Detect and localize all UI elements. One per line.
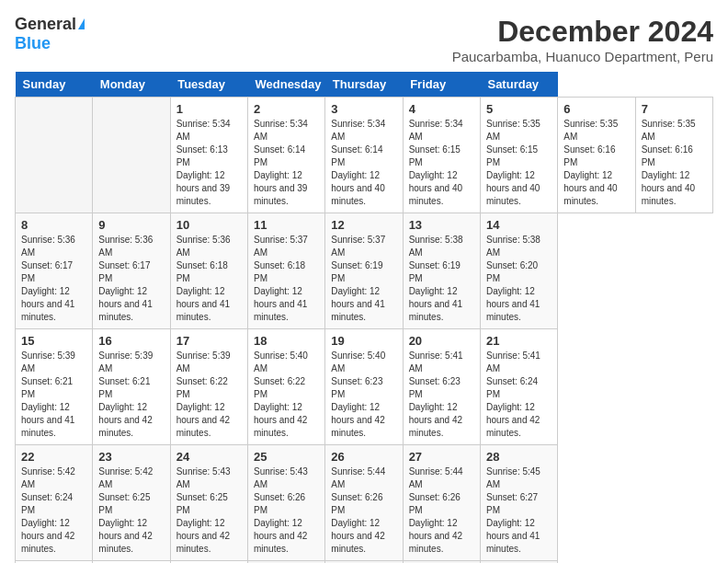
day-info: Sunrise: 5:41 AM Sunset: 6:24 PM Dayligh… (486, 350, 552, 440)
day-number: 10 (176, 218, 242, 232)
day-header-monday: Monday (93, 72, 170, 98)
calendar-cell: 19Sunrise: 5:40 AM Sunset: 6:23 PM Dayli… (325, 329, 403, 445)
calendar-cell: 23Sunrise: 5:42 AM Sunset: 6:25 PM Dayli… (93, 445, 170, 561)
week-row-1: 1Sunrise: 5:34 AM Sunset: 6:13 PM Daylig… (16, 98, 713, 213)
day-info: Sunrise: 5:37 AM Sunset: 6:19 PM Dayligh… (331, 234, 396, 324)
header-row: SundayMondayTuesdayWednesdayThursdayFrid… (16, 72, 713, 98)
calendar-cell: 1Sunrise: 5:34 AM Sunset: 6:13 PM Daylig… (170, 98, 247, 213)
day-info: Sunrise: 5:34 AM Sunset: 6:14 PM Dayligh… (331, 118, 396, 208)
day-number: 16 (98, 334, 164, 348)
day-info: Sunrise: 5:36 AM Sunset: 6:17 PM Dayligh… (21, 234, 86, 324)
day-info: Sunrise: 5:44 AM Sunset: 6:26 PM Dayligh… (331, 465, 396, 556)
day-info: Sunrise: 5:43 AM Sunset: 6:25 PM Dayligh… (176, 465, 242, 556)
week-row-2: 8Sunrise: 5:36 AM Sunset: 6:17 PM Daylig… (16, 213, 713, 329)
day-info: Sunrise: 5:35 AM Sunset: 6:16 PM Dayligh… (563, 118, 629, 208)
calendar-table: SundayMondayTuesdayWednesdayThursdayFrid… (15, 72, 713, 563)
day-info: Sunrise: 5:40 AM Sunset: 6:22 PM Dayligh… (254, 350, 319, 440)
day-info: Sunrise: 5:36 AM Sunset: 6:17 PM Dayligh… (98, 234, 164, 324)
day-number: 8 (21, 218, 86, 232)
day-number: 18 (254, 334, 319, 348)
day-number: 21 (486, 334, 552, 348)
calendar-subtitle: Paucarbamba, Huanuco Department, Peru (452, 49, 713, 64)
day-info: Sunrise: 5:41 AM Sunset: 6:23 PM Dayligh… (409, 350, 474, 440)
calendar-cell: 28Sunrise: 5:45 AM Sunset: 6:27 PM Dayli… (480, 445, 557, 561)
calendar-cell: 12Sunrise: 5:37 AM Sunset: 6:19 PM Dayli… (325, 213, 403, 329)
calendar-cell: 13Sunrise: 5:38 AM Sunset: 6:19 PM Dayli… (403, 213, 480, 329)
calendar-cell: 26Sunrise: 5:44 AM Sunset: 6:26 PM Dayli… (325, 445, 403, 561)
calendar-cell: 8Sunrise: 5:36 AM Sunset: 6:17 PM Daylig… (16, 213, 93, 329)
day-header-tuesday: Tuesday (170, 72, 247, 98)
calendar-cell: 4Sunrise: 5:34 AM Sunset: 6:15 PM Daylig… (403, 98, 480, 213)
calendar-cell (16, 98, 93, 213)
day-number: 3 (331, 102, 396, 116)
week-row-3: 15Sunrise: 5:39 AM Sunset: 6:21 PM Dayli… (16, 329, 713, 445)
calendar-cell: 21Sunrise: 5:41 AM Sunset: 6:24 PM Dayli… (480, 329, 557, 445)
day-header-thursday: Thursday (325, 72, 403, 98)
day-number: 22 (21, 450, 86, 464)
calendar-cell: 9Sunrise: 5:36 AM Sunset: 6:17 PM Daylig… (93, 213, 170, 329)
calendar-cell: 2Sunrise: 5:34 AM Sunset: 6:14 PM Daylig… (247, 98, 324, 213)
day-number: 11 (254, 218, 319, 232)
page-container: General Blue December 2024 Paucarbamba, … (15, 15, 713, 563)
day-info: Sunrise: 5:38 AM Sunset: 6:19 PM Dayligh… (409, 234, 474, 324)
calendar-cell: 11Sunrise: 5:37 AM Sunset: 6:18 PM Dayli… (247, 213, 324, 329)
calendar-cell: 15Sunrise: 5:39 AM Sunset: 6:21 PM Dayli… (16, 329, 93, 445)
day-number: 25 (254, 450, 319, 464)
calendar-cell: 7Sunrise: 5:35 AM Sunset: 6:16 PM Daylig… (635, 98, 712, 213)
day-info: Sunrise: 5:39 AM Sunset: 6:21 PM Dayligh… (21, 350, 86, 440)
calendar-cell (93, 98, 170, 213)
calendar-cell: 14Sunrise: 5:38 AM Sunset: 6:20 PM Dayli… (480, 213, 557, 329)
day-number: 5 (486, 102, 552, 116)
title-section: December 2024 Paucarbamba, Huanuco Depar… (452, 15, 713, 64)
calendar-cell: 22Sunrise: 5:42 AM Sunset: 6:24 PM Dayli… (16, 445, 93, 561)
logo-triangle-icon (78, 18, 85, 29)
day-number: 15 (21, 334, 86, 348)
day-number: 13 (409, 218, 474, 232)
calendar-cell: 25Sunrise: 5:43 AM Sunset: 6:26 PM Dayli… (247, 445, 324, 561)
day-info: Sunrise: 5:44 AM Sunset: 6:26 PM Dayligh… (409, 465, 474, 556)
day-number: 20 (409, 334, 474, 348)
day-header-sunday: Sunday (16, 72, 93, 98)
day-info: Sunrise: 5:35 AM Sunset: 6:16 PM Dayligh… (642, 118, 707, 208)
day-info: Sunrise: 5:36 AM Sunset: 6:18 PM Dayligh… (176, 234, 242, 324)
day-info: Sunrise: 5:35 AM Sunset: 6:15 PM Dayligh… (486, 118, 552, 208)
calendar-cell: 17Sunrise: 5:39 AM Sunset: 6:22 PM Dayli… (170, 329, 247, 445)
logo: General Blue (15, 15, 85, 53)
day-number: 28 (486, 450, 552, 464)
day-info: Sunrise: 5:43 AM Sunset: 6:26 PM Dayligh… (254, 465, 319, 556)
day-header-wednesday: Wednesday (247, 72, 324, 98)
week-row-4: 22Sunrise: 5:42 AM Sunset: 6:24 PM Dayli… (16, 445, 713, 561)
day-info: Sunrise: 5:39 AM Sunset: 6:21 PM Dayligh… (98, 350, 164, 440)
day-info: Sunrise: 5:34 AM Sunset: 6:15 PM Dayligh… (409, 118, 474, 208)
calendar-cell: 18Sunrise: 5:40 AM Sunset: 6:22 PM Dayli… (247, 329, 324, 445)
day-number: 26 (331, 450, 396, 464)
calendar-cell: 6Sunrise: 5:35 AM Sunset: 6:16 PM Daylig… (558, 98, 635, 213)
logo-blue-text: Blue (15, 34, 51, 53)
day-number: 12 (331, 218, 396, 232)
day-info: Sunrise: 5:34 AM Sunset: 6:13 PM Dayligh… (176, 118, 242, 208)
day-info: Sunrise: 5:37 AM Sunset: 6:18 PM Dayligh… (254, 234, 319, 324)
day-number: 17 (176, 334, 242, 348)
calendar-title: December 2024 (452, 15, 713, 49)
calendar-cell: 20Sunrise: 5:41 AM Sunset: 6:23 PM Dayli… (403, 329, 480, 445)
day-number: 19 (331, 334, 396, 348)
day-info: Sunrise: 5:45 AM Sunset: 6:27 PM Dayligh… (486, 465, 552, 556)
header: General Blue December 2024 Paucarbamba, … (15, 15, 713, 64)
day-number: 27 (409, 450, 474, 464)
day-number: 7 (642, 102, 707, 116)
day-number: 23 (98, 450, 164, 464)
calendar-cell: 5Sunrise: 5:35 AM Sunset: 6:15 PM Daylig… (480, 98, 557, 213)
day-number: 6 (563, 102, 629, 116)
day-header-friday: Friday (403, 72, 480, 98)
day-number: 2 (254, 102, 319, 116)
day-number: 1 (176, 102, 242, 116)
day-header-saturday: Saturday (480, 72, 557, 98)
calendar-cell: 10Sunrise: 5:36 AM Sunset: 6:18 PM Dayli… (170, 213, 247, 329)
day-info: Sunrise: 5:42 AM Sunset: 6:24 PM Dayligh… (21, 465, 86, 556)
day-number: 14 (486, 218, 552, 232)
day-number: 4 (409, 102, 474, 116)
calendar-cell: 27Sunrise: 5:44 AM Sunset: 6:26 PM Dayli… (403, 445, 480, 561)
day-info: Sunrise: 5:39 AM Sunset: 6:22 PM Dayligh… (176, 350, 242, 440)
day-info: Sunrise: 5:40 AM Sunset: 6:23 PM Dayligh… (331, 350, 396, 440)
calendar-cell: 16Sunrise: 5:39 AM Sunset: 6:21 PM Dayli… (93, 329, 170, 445)
